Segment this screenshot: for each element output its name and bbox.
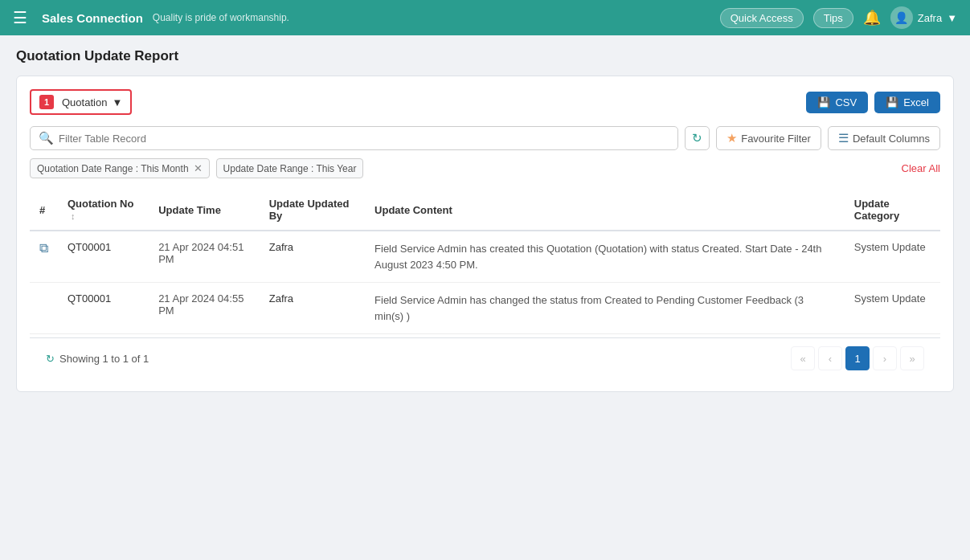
cell-update-category: System Update <box>845 231 940 283</box>
remove-filter1-button[interactable]: ✕ <box>194 162 203 174</box>
columns-icon: ☰ <box>838 131 849 145</box>
top-navigation: ☰ Sales Connection Quality is pride of w… <box>0 0 970 35</box>
avatar: 👤 <box>890 6 913 29</box>
favourite-filter-button[interactable]: ★ Favourite Filter <box>716 126 821 150</box>
cell-update-time: 21 Apr 2024 04:55 PM <box>149 283 260 334</box>
cell-update-content: Field Service Admin has changed the stat… <box>365 283 845 334</box>
active-filters-row: Quotation Date Range : This Month ✕ Upda… <box>30 158 940 178</box>
cell-update-category: System Update <box>845 283 940 334</box>
prev-page-button[interactable]: ‹ <box>818 346 842 370</box>
notifications-icon[interactable]: 🔔 <box>863 9 881 27</box>
user-name: Zafra <box>918 12 942 24</box>
search-input[interactable] <box>59 133 669 145</box>
first-page-button[interactable]: « <box>791 346 815 370</box>
showing-text: ↻ Showing 1 to 1 of 1 <box>46 353 149 365</box>
report-card: 1 Quotation ▼ 💾 CSV 💾 Excel 🔍 <box>16 76 954 392</box>
quick-access-button[interactable]: Quick Access <box>720 8 804 28</box>
step-badge: 1 <box>39 95 54 109</box>
tips-button[interactable]: Tips <box>813 8 853 28</box>
table-header-row: # Quotation No ↕ Update Time Update Upda… <box>30 190 940 231</box>
report-table: # Quotation No ↕ Update Time Update Upda… <box>30 190 940 334</box>
filter-tag-quotation-date: Quotation Date Range : This Month ✕ <box>30 158 210 178</box>
user-dropdown-icon: ▼ <box>947 12 957 24</box>
col-update-category: Update Category <box>845 190 940 231</box>
col-update-time: Update Time <box>149 190 260 231</box>
col-hash: # <box>30 190 58 231</box>
sort-icon: ↕ <box>71 211 76 221</box>
hamburger-menu-icon[interactable]: ☰ <box>13 8 27 27</box>
dropdown-chevron-icon: ▼ <box>112 96 122 108</box>
star-icon: ★ <box>726 131 737 145</box>
export-buttons: 💾 CSV 💾 Excel <box>806 92 940 113</box>
tagline: Quality is pride of workmanship. <box>153 12 710 23</box>
page-1-button[interactable]: 1 <box>845 346 870 370</box>
user-menu[interactable]: 👤 Zafra ▼ <box>890 6 957 29</box>
table-row: QT0000121 Apr 2024 04:55 PMZafraField Se… <box>30 283 940 334</box>
default-columns-button[interactable]: ☰ Default Columns <box>828 126 940 150</box>
cell-hash <box>30 283 58 334</box>
quotation-dropdown[interactable]: 1 Quotation ▼ <box>30 89 132 115</box>
excel-export-button[interactable]: 💾 Excel <box>874 92 940 113</box>
cell-update-time: 21 Apr 2024 04:51 PM <box>149 231 260 283</box>
filter-tags: Quotation Date Range : This Month ✕ Upda… <box>30 158 363 178</box>
table-row: ⧉QT0000121 Apr 2024 04:51 PMZafraField S… <box>30 231 940 283</box>
excel-icon: 💾 <box>886 96 898 108</box>
cell-hash: ⧉ <box>30 231 58 283</box>
col-update-updated-by: Update Updated By <box>260 190 365 231</box>
col-update-content: Update Content <box>365 190 845 231</box>
csv-export-button[interactable]: 💾 CSV <box>806 92 868 113</box>
refresh-button[interactable]: ↻ <box>685 126 710 150</box>
table-footer: ↻ Showing 1 to 1 of 1 « ‹ 1 › » <box>30 337 940 378</box>
cell-updated-by: Zafra <box>260 231 365 283</box>
filter-row: 🔍 ↻ ★ Favourite Filter ☰ Default Columns <box>30 126 940 150</box>
refresh-small-icon[interactable]: ↻ <box>46 353 55 365</box>
main-content: Quotation Update Report 1 Quotation ▼ 💾 … <box>0 35 970 405</box>
pagination: « ‹ 1 › » <box>791 346 924 370</box>
filter-tag-update-date: Update Date Range : This Year <box>216 158 364 178</box>
clear-all-button[interactable]: Clear All <box>902 162 940 174</box>
search-wrap: 🔍 <box>30 126 678 150</box>
page-title: Quotation Update Report <box>16 48 954 64</box>
quotation-dropdown-label: Quotation <box>62 96 107 108</box>
cell-quotation-no: QT00001 <box>58 283 149 334</box>
cell-quotation-no: QT00001 <box>58 231 149 283</box>
cell-updated-by: Zafra <box>260 283 365 334</box>
col-quotation-no[interactable]: Quotation No ↕ <box>58 190 149 231</box>
brand-name: Sales Connection <box>42 11 143 25</box>
search-icon: 🔍 <box>39 131 54 145</box>
last-page-button[interactable]: » <box>900 346 924 370</box>
csv-icon: 💾 <box>817 96 830 108</box>
cell-update-content: Field Service Admin has created this Quo… <box>365 231 845 283</box>
toolbar-row: 1 Quotation ▼ 💾 CSV 💾 Excel <box>30 89 940 115</box>
next-page-button[interactable]: › <box>873 346 897 370</box>
external-link-icon[interactable]: ⧉ <box>39 241 48 255</box>
